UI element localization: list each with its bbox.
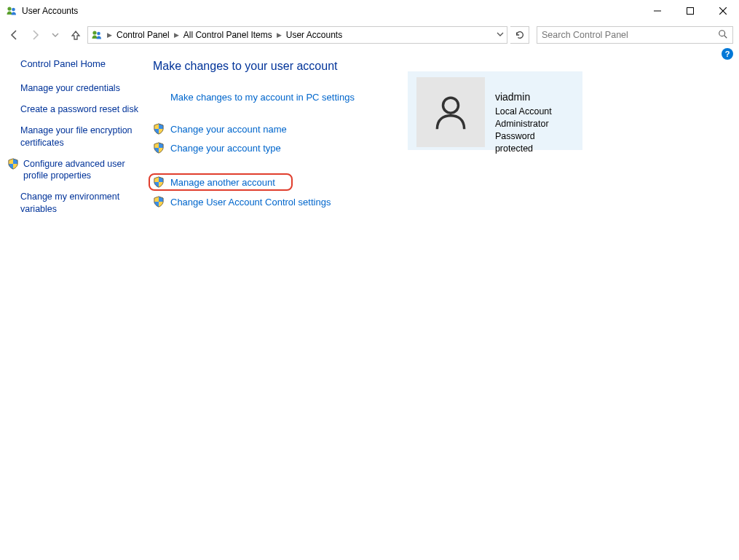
sidebar-link-env-variables[interactable]: Change my environment variables <box>20 191 146 216</box>
user-account-card[interactable]: viadmin Local Account Administrator Pass… <box>408 71 582 150</box>
titlebar: User Accounts <box>0 0 739 22</box>
close-button[interactable] <box>706 0 739 22</box>
svg-line-8 <box>724 35 727 38</box>
control-panel-home-link[interactable]: Control Panel Home <box>20 58 146 69</box>
window-title: User Accounts <box>22 6 78 16</box>
shield-icon <box>153 196 165 208</box>
breadcrumb-item[interactable]: Control Panel <box>116 30 170 40</box>
user-info: viadmin Local Account Administrator Pass… <box>495 79 574 154</box>
search-placeholder: Search Control Panel <box>542 30 628 40</box>
shield-icon <box>7 158 19 170</box>
user-password-status: Password protected <box>495 130 574 155</box>
breadcrumb-item[interactable]: All Control Panel Items <box>183 30 272 40</box>
back-button[interactable] <box>6 26 23 44</box>
sidebar-link-file-encryption-certs[interactable]: Manage your file encryption certificates <box>20 125 146 149</box>
address-bar-icon <box>91 29 103 41</box>
user-name: viadmin <box>495 90 574 104</box>
avatar <box>416 77 485 147</box>
recent-locations-button[interactable] <box>47 26 64 44</box>
content-area: Control Panel Home Manage your credentia… <box>0 48 739 224</box>
address-bar[interactable]: ▶ Control Panel ▶ All Control Panel Item… <box>87 26 507 44</box>
breadcrumb-item[interactable]: User Accounts <box>286 30 342 40</box>
sidebar-link-manage-credentials[interactable]: Manage your credentials <box>20 82 146 95</box>
shield-icon <box>153 142 165 154</box>
task-link-manage-another-account-highlighted[interactable]: Manage another account <box>149 173 293 191</box>
shield-icon <box>153 123 165 135</box>
up-button[interactable] <box>67 26 84 44</box>
search-input[interactable]: Search Control Panel <box>537 26 733 44</box>
refresh-button[interactable] <box>510 26 529 44</box>
svg-point-7 <box>719 30 725 36</box>
search-icon[interactable] <box>718 29 728 42</box>
navigation-row: ▶ Control Panel ▶ All Control Panel Item… <box>0 22 739 48</box>
user-accounts-app-icon <box>6 5 17 17</box>
address-dropdown-icon[interactable] <box>497 30 504 40</box>
task-link-change-uac[interactable]: Change User Account Control settings <box>153 194 724 210</box>
user-account-type: Local Account <box>495 106 574 118</box>
minimize-button[interactable] <box>641 0 673 22</box>
user-role: Administrator <box>495 118 574 130</box>
sidebar: Control Panel Home Manage your credentia… <box>0 58 153 224</box>
forward-button[interactable] <box>26 26 44 44</box>
chevron-right-icon[interactable]: ▶ <box>106 31 114 39</box>
chevron-right-icon[interactable]: ▶ <box>275 31 283 39</box>
maximize-button[interactable] <box>673 0 706 22</box>
chevron-right-icon[interactable]: ▶ <box>173 31 181 39</box>
sidebar-link-advanced-profile[interactable]: Configure advanced user profile properti… <box>7 158 146 183</box>
shield-icon <box>153 176 165 188</box>
svg-rect-4 <box>687 7 693 14</box>
sidebar-link-password-reset-disk[interactable]: Create a password reset disk <box>20 103 146 116</box>
